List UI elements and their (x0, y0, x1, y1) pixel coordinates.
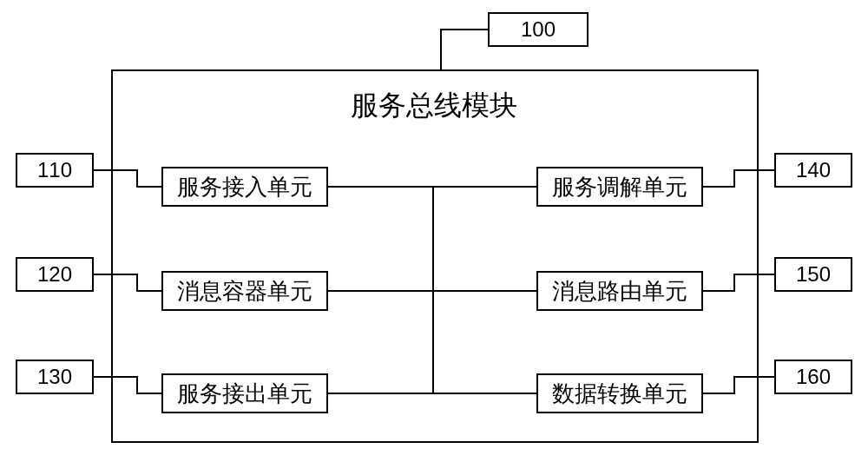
unit-160: 数据转换单元 (536, 373, 703, 413)
label-150-text: 150 (796, 262, 831, 287)
label-130: 130 (16, 360, 94, 394)
unit-120: 消息容器单元 (161, 271, 328, 311)
label-160-text: 160 (796, 365, 831, 389)
unit-160-text: 数据转换单元 (552, 379, 687, 409)
label-140-text: 140 (796, 158, 831, 182)
label-160: 160 (774, 360, 852, 394)
module-title: 服务总线模块 (351, 87, 517, 125)
unit-130-text: 服务接出单元 (177, 379, 312, 409)
label-130-text: 130 (37, 365, 72, 389)
unit-150-text: 消息路由单元 (552, 276, 687, 307)
unit-140: 服务调解单元 (536, 167, 703, 207)
unit-110-text: 服务接入单元 (177, 172, 312, 202)
label-110-text: 110 (37, 158, 72, 182)
unit-140-text: 服务调解单元 (552, 172, 687, 202)
label-140: 140 (774, 153, 852, 188)
label-100: 100 (488, 12, 589, 47)
label-100-text: 100 (521, 17, 556, 42)
label-120-text: 120 (37, 262, 72, 287)
label-110: 110 (16, 153, 94, 188)
unit-110: 服务接入单元 (161, 167, 328, 207)
label-120: 120 (16, 257, 94, 292)
unit-130: 服务接出单元 (161, 373, 328, 413)
unit-120-text: 消息容器单元 (177, 276, 312, 307)
diagram-root: 100 服务总线模块 110 120 130 140 150 160 服务接入单… (0, 0, 868, 462)
unit-150: 消息路由单元 (536, 271, 703, 311)
label-150: 150 (774, 257, 852, 292)
